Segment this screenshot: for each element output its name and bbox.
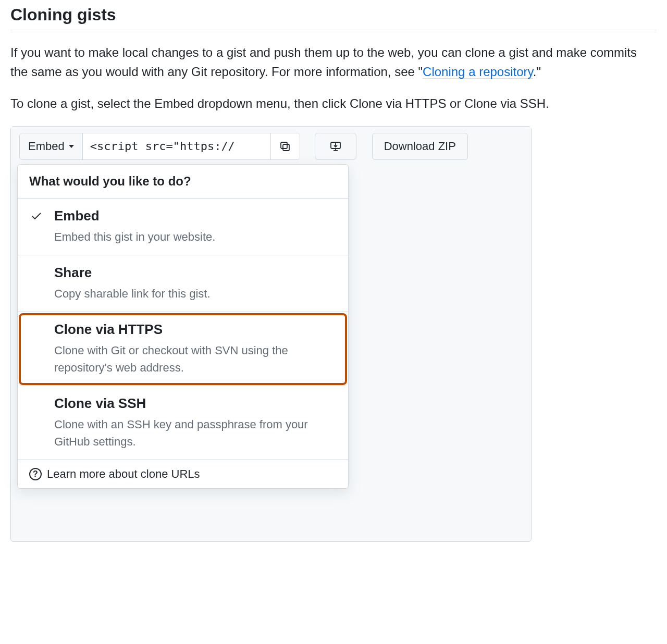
copy-url-button[interactable]	[270, 133, 300, 159]
para1-pre: If you want to make local changes to a g…	[10, 45, 637, 79]
dropdown-item-desc: Embed this gist in your website.	[54, 228, 337, 245]
dropdown-item-desc: Clone with an SSH key and passphrase fro…	[54, 416, 337, 450]
dropdown-item-title: Clone via HTTPS	[54, 321, 337, 338]
embed-dropdown-label: Embed	[28, 140, 65, 153]
dropdown-item-title: Embed	[54, 208, 337, 224]
gist-toolbar-screenshot: Embed Download ZIP What would yo	[10, 126, 532, 542]
dropdown-item-clone-https[interactable]: Clone via HTTPS Clone with Git or checko…	[18, 312, 348, 386]
para1-post: ."	[533, 65, 541, 79]
embed-url-input[interactable]	[83, 133, 270, 159]
question-circle-icon: ?	[29, 468, 42, 480]
embed-dropdown-menu: What would you like to do? Embed Embed t…	[17, 164, 349, 489]
dropdown-footer-text: Learn more about clone URLs	[47, 467, 200, 481]
embed-dropdown-button[interactable]: Embed	[20, 133, 83, 159]
cloning-repo-link[interactable]: Cloning a repository	[423, 65, 533, 79]
section-heading: Cloning gists	[10, 5, 657, 30]
check-icon	[30, 210, 43, 226]
intro-paragraph-1: If you want to make local changes to a g…	[10, 43, 657, 81]
embed-url-group: Embed	[19, 133, 300, 160]
svg-rect-0	[283, 144, 289, 151]
dropdown-item-embed[interactable]: Embed Embed this gist in your website.	[18, 199, 348, 255]
dropdown-item-clone-ssh[interactable]: Clone via SSH Clone with an SSH key and …	[18, 386, 348, 460]
copy-icon	[279, 140, 291, 153]
dropdown-header: What would you like to do?	[18, 165, 348, 199]
dropdown-item-share[interactable]: Share Copy sharable link for this gist.	[18, 255, 348, 312]
dropdown-item-desc: Copy sharable link for this gist.	[54, 285, 337, 302]
desktop-download-button[interactable]	[315, 133, 356, 160]
svg-rect-1	[281, 142, 287, 148]
desktop-download-icon	[329, 140, 342, 153]
caret-down-icon	[69, 145, 74, 148]
intro-paragraph-2: To clone a gist, select the Embed dropdo…	[10, 94, 657, 113]
dropdown-item-title: Share	[54, 265, 337, 281]
download-zip-button[interactable]: Download ZIP	[372, 133, 468, 160]
dropdown-item-title: Clone via SSH	[54, 395, 337, 412]
dropdown-item-desc: Clone with Git or checkout with SVN usin…	[54, 342, 337, 376]
dropdown-footer-link[interactable]: ? Learn more about clone URLs	[18, 460, 348, 488]
gist-toolbar: Embed Download ZIP	[11, 127, 531, 166]
